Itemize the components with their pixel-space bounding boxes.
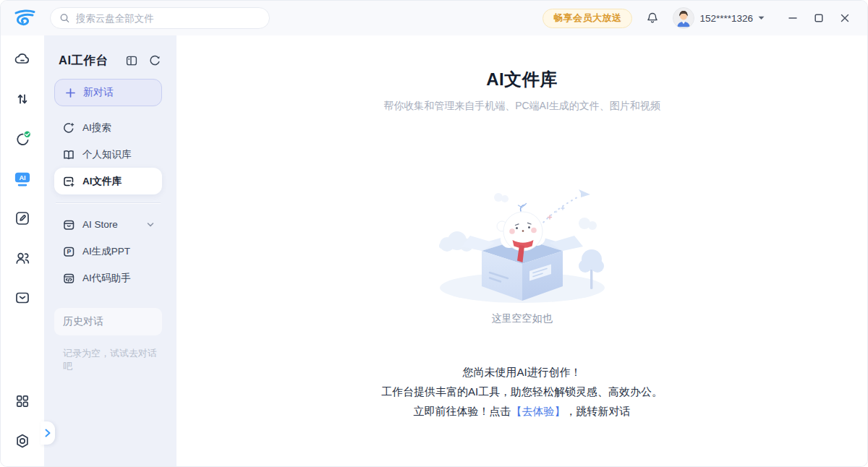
mail-icon bbox=[14, 289, 31, 307]
new-chat-label: 新对话 bbox=[83, 86, 114, 99]
chevron-down-icon bbox=[146, 220, 155, 229]
body: AI bbox=[1, 35, 867, 467]
people-icon bbox=[14, 249, 31, 267]
sync-icon bbox=[13, 129, 32, 149]
sidebar-item-label: AI生成PPT bbox=[82, 245, 130, 258]
cta-line-3-suffix: ，跳转新对话 bbox=[566, 405, 631, 417]
ai-files-icon bbox=[62, 175, 75, 188]
ai-badge-icon: AI bbox=[13, 169, 32, 189]
avatar bbox=[673, 7, 694, 29]
chevron-right-icon bbox=[45, 429, 51, 437]
empty-state-illustration bbox=[176, 185, 867, 308]
rail-item-transfer-list[interactable] bbox=[13, 90, 32, 108]
cta-line-2: 工作台提供丰富的AI工具，助您轻松解锁灵感、高效办公。 bbox=[176, 382, 867, 401]
rail-item-sync-success[interactable] bbox=[13, 129, 32, 148]
search-input[interactable] bbox=[76, 13, 260, 24]
sidebar-item-label: AI文件库 bbox=[82, 175, 122, 188]
bell-icon bbox=[645, 11, 660, 25]
rail-top-group: AI bbox=[13, 50, 32, 307]
svg-text:P: P bbox=[67, 248, 71, 255]
ai-search-icon bbox=[62, 121, 75, 134]
user-menu[interactable]: 152****1326 bbox=[673, 7, 765, 29]
rail-item-shared-groups[interactable] bbox=[13, 249, 32, 267]
rail-item-cloud-drive[interactable] bbox=[13, 50, 32, 69]
minimize-button[interactable] bbox=[782, 7, 804, 29]
topbar-right: 畅享会员大放送 bbox=[542, 7, 856, 29]
notifications-button[interactable] bbox=[642, 8, 663, 28]
search-icon bbox=[59, 12, 70, 24]
apps-grid-icon bbox=[14, 393, 31, 410]
maximize-icon bbox=[814, 13, 824, 23]
sidebar-title: AI工作台 bbox=[59, 53, 109, 69]
maximize-button[interactable] bbox=[808, 7, 830, 29]
window-controls bbox=[782, 7, 856, 29]
cta-line-3-prefix: 立即前往体验！点击 bbox=[414, 405, 511, 417]
panel-icon bbox=[125, 54, 138, 67]
search-box[interactable] bbox=[50, 7, 270, 29]
collapse-panel-button[interactable] bbox=[124, 53, 139, 68]
divider bbox=[56, 202, 161, 203]
rail-bottom-group bbox=[13, 392, 32, 450]
sidebar: AI工作台 bbox=[44, 35, 176, 467]
page-title: AI文件库 bbox=[176, 35, 867, 91]
open-book-icon bbox=[62, 148, 75, 161]
sidebar-item-label: AI代码助手 bbox=[82, 272, 131, 285]
new-chat-button[interactable]: 新对话 bbox=[54, 79, 162, 106]
empty-state-caption: 这里空空如也 bbox=[176, 312, 867, 325]
icon-rail: AI bbox=[1, 35, 44, 467]
history-section-header: 历史对话 bbox=[54, 308, 162, 335]
username: 152****1326 bbox=[699, 13, 753, 24]
refresh-icon bbox=[148, 54, 161, 67]
close-button[interactable] bbox=[834, 7, 856, 29]
main-content: AI文件库 帮你收集和管理来自手机端、PC端AI生成的文件、图片和视频 bbox=[176, 35, 867, 467]
sidebar-item-ai-files[interactable]: AI文件库 bbox=[54, 168, 162, 194]
cta-line-1: 您尚未使用AI进行创作！ bbox=[176, 362, 867, 382]
rail-item-notes[interactable] bbox=[13, 209, 32, 228]
rail-item-ai-workspace[interactable]: AI bbox=[13, 169, 32, 188]
ppt-icon: P bbox=[62, 245, 75, 258]
code-icon bbox=[62, 272, 75, 285]
go-experience-link[interactable]: 【去体验】 bbox=[511, 405, 566, 417]
page-subtitle: 帮你收集和管理来自手机端、PC端AI生成的文件、图片和视频 bbox=[176, 100, 867, 113]
edit-note-icon bbox=[14, 210, 31, 227]
sidebar-header: AI工作台 bbox=[54, 53, 162, 69]
promo-badge[interactable]: 畅享会员大放送 bbox=[542, 9, 633, 28]
topbar: 畅享会员大放送 bbox=[1, 1, 867, 35]
sidebar-item-knowledge-base[interactable]: 个人知识库 bbox=[54, 141, 162, 168]
svg-text:AI: AI bbox=[19, 173, 25, 181]
chevron-down-icon bbox=[758, 16, 765, 20]
plus-icon bbox=[65, 87, 76, 98]
cloud-brand-icon bbox=[12, 7, 38, 29]
history-label: 历史对话 bbox=[63, 315, 103, 328]
cta-text: 您尚未使用AI进行创作！ 工作台提供丰富的AI工具，助您轻松解锁灵感、高效办公。… bbox=[176, 362, 867, 421]
close-icon bbox=[840, 13, 850, 23]
app-logo bbox=[11, 6, 40, 30]
app-window: 畅享会员大放送 bbox=[0, 0, 868, 467]
avatar-illustration bbox=[673, 8, 694, 28]
rail-item-apps-grid[interactable] bbox=[13, 392, 32, 411]
sidebar-item-ai-code[interactable]: AI代码助手 bbox=[54, 265, 162, 291]
paper-plane bbox=[579, 189, 590, 197]
sidebar-item-label: AI搜索 bbox=[82, 121, 111, 134]
sidebar-item-ai-ppt[interactable]: P AI生成PPT bbox=[54, 238, 162, 265]
sidebar-item-label: AI Store bbox=[82, 219, 118, 230]
cloud-icon bbox=[14, 51, 31, 68]
store-icon bbox=[62, 218, 75, 231]
sidebar-item-ai-store[interactable]: AI Store bbox=[54, 211, 162, 238]
rail-item-settings[interactable] bbox=[13, 432, 32, 450]
history-empty-hint: 记录为空，试试去对话吧 bbox=[54, 347, 162, 373]
settings-icon bbox=[14, 432, 31, 450]
refresh-button[interactable] bbox=[148, 53, 162, 68]
empty-box-illustration bbox=[428, 185, 616, 308]
minimize-icon bbox=[788, 13, 798, 23]
sidebar-item-ai-search[interactable]: AI搜索 bbox=[54, 114, 162, 141]
sidebar-expand-tab[interactable] bbox=[41, 421, 55, 445]
transfer-arrows-icon bbox=[14, 90, 31, 108]
rail-item-messages[interactable] bbox=[13, 288, 32, 307]
sidebar-item-label: 个人知识库 bbox=[82, 148, 132, 161]
cta-line-3: 立即前往体验！点击【去体验】，跳转新对话 bbox=[176, 401, 867, 421]
